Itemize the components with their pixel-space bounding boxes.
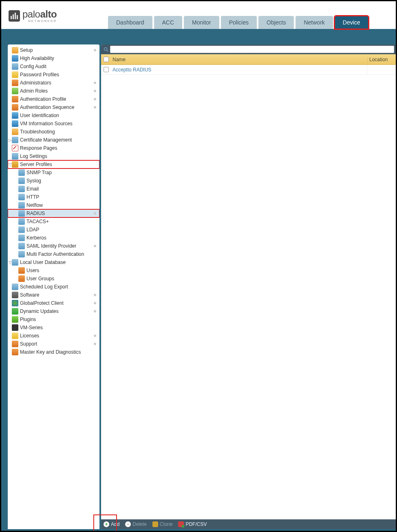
nav-item-software[interactable]: Software <box>8 291 99 299</box>
sup-icon <box>12 341 18 347</box>
tab-policies[interactable]: Policies <box>221 16 257 29</box>
nav-item-globalprotect-client[interactable]: GlobalProtect Client <box>8 299 99 307</box>
column-header-location[interactable]: Location <box>367 57 396 62</box>
nav-item-troubleshooting[interactable]: Troubleshooting <box>8 128 99 136</box>
nav-item-label: Email <box>26 186 97 192</box>
nav-item-server-profiles[interactable]: ▽Server Profiles <box>8 160 99 168</box>
nav-item-label: Config Audit <box>20 64 97 69</box>
nav-item-vm-series[interactable]: VM-Series <box>8 324 99 332</box>
dyn-icon <box>12 308 18 315</box>
nav-item-scheduled-log-export[interactable]: Scheduled Log Export <box>8 283 99 291</box>
tab-network[interactable]: Network <box>296 16 333 29</box>
seq-icon <box>12 104 18 111</box>
nav-item-label: VM-Series <box>20 325 97 330</box>
nav-item-plugins[interactable]: Plugins <box>8 315 99 324</box>
nav-item-label: Master Key and Diagnostics <box>20 349 97 355</box>
nav-item-password-profiles[interactable]: Password Profiles <box>8 71 99 79</box>
nav-item-response-pages[interactable]: Response Pages <box>8 144 99 152</box>
nav-item-vm-information-sources[interactable]: VM Information Sources <box>8 120 99 128</box>
ha-icon <box>12 55 18 62</box>
nav-item-kerberos[interactable]: Kerberos <box>8 234 99 242</box>
vms-icon <box>12 324 18 331</box>
tab-acc[interactable]: ACC <box>154 16 183 29</box>
status-dot-icon <box>94 98 96 100</box>
clone-button[interactable]: Clone <box>152 521 173 528</box>
nav-item-authentication-profile[interactable]: Authentication Profile <box>8 95 99 103</box>
nav-item-syslog[interactable]: Syslog <box>8 177 99 185</box>
sub-icon <box>18 251 25 257</box>
sidebar: SetupHigh AvailabilityConfig AuditPasswo… <box>8 44 99 529</box>
tab-device[interactable]: Device <box>335 16 368 29</box>
pdf-csv-icon <box>178 521 184 527</box>
nav-item-label: Authentication Profile <box>20 96 97 102</box>
tab-objects[interactable]: Objects <box>258 16 294 29</box>
nav-item-multi-factor-authentication[interactable]: Multi Factor Authentication <box>8 250 99 258</box>
soft-icon <box>12 292 18 298</box>
nav-item-label: LDAP <box>26 227 97 233</box>
tab-monitor[interactable]: Monitor <box>184 16 219 29</box>
add-icon <box>104 521 109 527</box>
plug-icon <box>12 316 18 323</box>
nav-item-saml-identity-provider[interactable]: SAML Identity Provider <box>8 242 99 250</box>
tab-dashboard[interactable]: Dashboard <box>108 16 152 29</box>
status-dot-icon <box>94 310 96 313</box>
nav-item-authentication-sequence[interactable]: Authentication Sequence <box>8 103 99 111</box>
nav-item-radius[interactable]: RADIUS <box>8 209 99 217</box>
nav-item-label: Netflow <box>26 202 97 208</box>
nav-item-users[interactable]: Users <box>8 266 99 275</box>
add-button[interactable]: Add <box>103 521 120 528</box>
header-band <box>1 29 396 44</box>
nav-item-snmp-trap[interactable]: SNMP Trap <box>8 168 99 177</box>
table-row[interactable]: Acceptto RADIUS <box>101 65 396 75</box>
nav-item-admin-roles[interactable]: Admin Roles <box>8 87 99 95</box>
nav-item-ldap[interactable]: LDAP <box>8 226 99 234</box>
select-all-checkbox[interactable] <box>104 57 109 62</box>
sub-icon <box>18 194 25 200</box>
expand-icon[interactable]: ▽ <box>9 162 12 167</box>
nav-item-tacacs-[interactable]: TACACS+ <box>8 217 99 226</box>
pdf-csv-button[interactable]: PDF/CSV <box>177 521 207 528</box>
data-grid: Name Location Acceptto RADIUS <box>101 54 396 519</box>
nav-item-licenses[interactable]: Licenses <box>8 332 99 340</box>
status-dot-icon <box>94 82 96 84</box>
search-input[interactable] <box>110 46 394 53</box>
nav-item-setup[interactable]: Setup <box>8 46 99 54</box>
nav-item-log-settings[interactable]: Log Settings <box>8 152 99 160</box>
nav-item-high-availability[interactable]: High Availability <box>8 54 99 62</box>
nav-item-user-identification[interactable]: User Identification <box>8 111 99 120</box>
nav-item-label: Software <box>20 292 97 298</box>
nav-item-label: RADIUS <box>26 211 97 216</box>
row-checkbox-cell[interactable] <box>101 67 111 72</box>
nav-item-local-user-database[interactable]: ▽Local User Database <box>8 258 99 266</box>
nav-item-user-groups[interactable]: User Groups <box>8 275 99 283</box>
nav-item-certificate-management[interactable]: ▷Certificate Management <box>8 136 99 144</box>
expand-icon[interactable]: ▷ <box>9 138 12 142</box>
roles-icon <box>12 88 18 94</box>
nav-item-master-key-and-diagnostics[interactable]: Master Key and Diagnostics <box>8 348 99 356</box>
nav-item-dynamic-updates[interactable]: Dynamic Updates <box>8 307 99 315</box>
status-dot-icon <box>94 49 96 51</box>
row-checkbox[interactable] <box>104 67 109 72</box>
row-name-link[interactable]: Acceptto RADIUS <box>111 65 367 74</box>
nav-item-label: GlobalProtect Client <box>20 300 97 306</box>
nav-item-netflow[interactable]: Netflow <box>8 201 99 209</box>
brand-tagline: NETWORKS® <box>22 19 57 23</box>
nav-item-label: Support <box>20 341 97 347</box>
nav-item-administrators[interactable]: Administrators <box>8 79 99 87</box>
status-dot-icon <box>94 245 96 247</box>
globe-icon <box>12 300 18 306</box>
nav-item-label: Log Settings <box>20 153 97 159</box>
expand-icon[interactable]: ▽ <box>9 260 12 265</box>
header-checkbox-cell[interactable] <box>101 57 111 62</box>
nav-item-support[interactable]: Support <box>8 340 99 348</box>
delete-button[interactable]: Delete <box>124 521 148 528</box>
nav-item-label: Troubleshooting <box>20 129 97 135</box>
nav-item-http[interactable]: HTTP <box>8 193 99 201</box>
grid-header: Name Location <box>101 54 396 65</box>
header: paloalto NETWORKS® DashboardACCMonitorPo… <box>1 1 396 29</box>
nav-item-label: Administrators <box>20 80 97 86</box>
nav-item-email[interactable]: Email <box>8 185 99 193</box>
column-header-name[interactable]: Name <box>111 57 367 62</box>
vm-icon <box>12 120 18 127</box>
nav-item-config-audit[interactable]: Config Audit <box>8 62 99 71</box>
